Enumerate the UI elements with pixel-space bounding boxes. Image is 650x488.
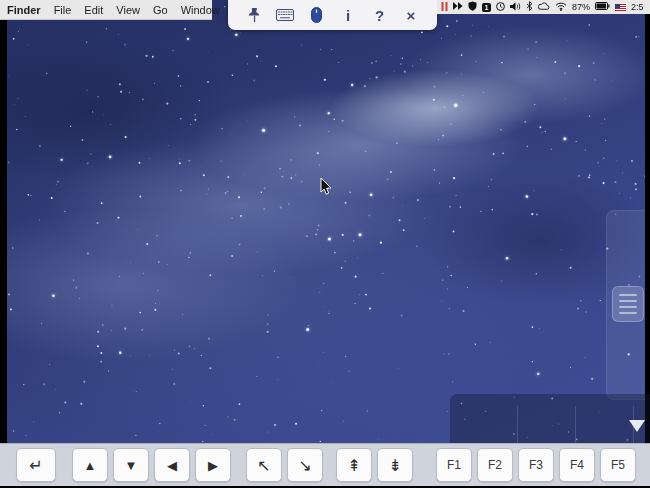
menu-item-window[interactable]: Window <box>181 4 220 16</box>
remote-status-bar: 1 87% 2:5 <box>437 0 650 14</box>
menu-item-finder[interactable]: Finder <box>7 4 41 16</box>
battery-icon[interactable] <box>595 2 610 12</box>
menu-item-edit[interactable]: Edit <box>84 4 103 16</box>
return-key[interactable]: ↵ <box>16 448 56 482</box>
f1-key[interactable]: F1 <box>436 448 472 482</box>
page-down-key[interactable]: ⇟ <box>377 448 413 482</box>
pin-icon[interactable] <box>243 3 265 27</box>
onepassword-icon[interactable]: 1 <box>482 3 491 12</box>
close-icon[interactable]: × <box>400 3 422 27</box>
arrow-right-key[interactable]: ▶ <box>195 448 231 482</box>
pause-icon[interactable] <box>441 2 448 13</box>
clock-time: 2:5 <box>631 2 644 12</box>
virtual-key-toolbar: ↵ ▲ ▼ ◀ ▶ ↖ ↘ ⇞ ⇟ F1 F2 F3 F4 F5 <box>0 443 650 486</box>
ghost-key-panel <box>450 394 650 443</box>
menu-item-go[interactable]: Go <box>153 4 168 16</box>
help-icon[interactable]: ? <box>369 3 391 27</box>
bluetooth-icon[interactable] <box>526 1 533 13</box>
menu-item-view[interactable]: View <box>116 4 140 16</box>
starry-sky-wallpaper <box>0 0 650 443</box>
arrow-down-key[interactable]: ▼ <box>113 448 149 482</box>
mouse-cursor <box>320 177 332 196</box>
input-source-flag-icon[interactable] <box>615 4 626 11</box>
remote-desktop-screen: Finder File Edit View Go Window Help <box>0 0 650 488</box>
arrow-left-key[interactable]: ◀ <box>154 448 190 482</box>
cloud-icon[interactable] <box>538 2 550 12</box>
page-up-key[interactable]: ⇞ <box>336 448 372 482</box>
letterbox-right <box>645 14 650 443</box>
menu-item-file[interactable]: File <box>54 4 72 16</box>
wifi-icon[interactable] <box>555 2 567 13</box>
info-icon[interactable]: i <box>337 3 359 27</box>
f5-key[interactable]: F5 <box>600 448 636 482</box>
f4-key[interactable]: F4 <box>559 448 595 482</box>
shield-icon[interactable] <box>468 1 477 13</box>
end-key[interactable]: ↘ <box>287 448 323 482</box>
vnc-control-toolbar: i ? × <box>228 0 437 30</box>
clock-icon[interactable] <box>496 2 505 13</box>
mouse-icon[interactable] <box>306 3 328 27</box>
home-key[interactable]: ↖ <box>246 448 282 482</box>
remote-menu-bar: Finder File Edit View Go Window Help <box>0 0 212 20</box>
f2-key[interactable]: F2 <box>477 448 513 482</box>
hide-keybar-triangle-button[interactable] <box>629 420 645 432</box>
volume-icon[interactable] <box>510 2 521 13</box>
letterbox-left <box>0 20 7 443</box>
fast-forward-icon[interactable] <box>453 2 463 12</box>
side-panel-grip-handle[interactable] <box>612 286 644 322</box>
starfield-canvas <box>0 0 650 443</box>
f3-key[interactable]: F3 <box>518 448 554 482</box>
arrow-up-key[interactable]: ▲ <box>72 448 108 482</box>
battery-percent: 87% <box>572 2 590 12</box>
keyboard-icon[interactable] <box>274 3 296 27</box>
